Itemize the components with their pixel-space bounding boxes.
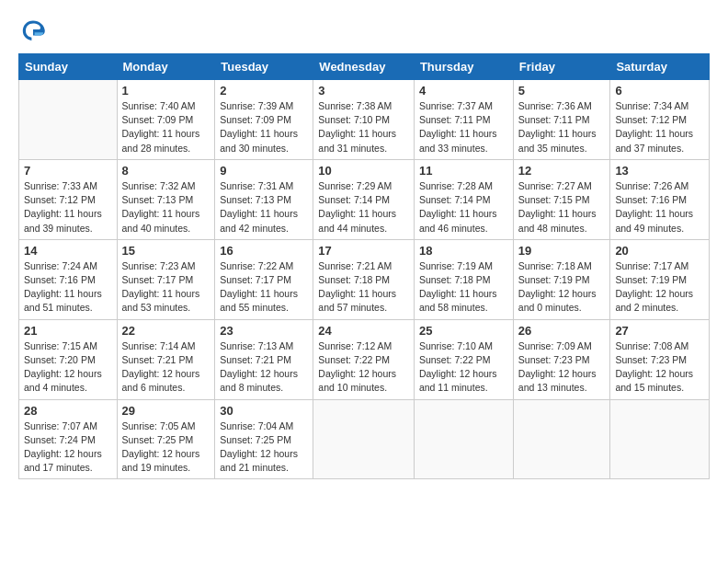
day-number: 3: [318, 84, 409, 98]
day-info: Sunrise: 7:40 AMSunset: 7:09 PMDaylight:…: [122, 99, 210, 155]
day-number: 10: [318, 164, 409, 178]
calendar-cell-w0d5: 5Sunrise: 7:36 AMSunset: 7:11 PMDaylight…: [513, 80, 610, 160]
day-info: Sunrise: 7:18 AMSunset: 7:19 PMDaylight:…: [518, 259, 606, 316]
day-info: Sunrise: 7:32 AMSunset: 7:13 PMDaylight:…: [122, 179, 210, 236]
calendar-cell-w3d1: 22Sunrise: 7:14 AMSunset: 7:21 PMDayligh…: [117, 319, 215, 399]
day-number: 21: [24, 324, 112, 338]
day-info: Sunrise: 7:24 AMSunset: 7:16 PMDaylight:…: [24, 259, 112, 316]
calendar-cell-w0d3: 3Sunrise: 7:38 AMSunset: 7:10 PMDaylight…: [313, 80, 415, 160]
calendar-cell-w1d2: 9Sunrise: 7:31 AMSunset: 7:13 PMDaylight…: [215, 159, 313, 239]
day-number: 8: [122, 164, 210, 178]
calendar-cell-w1d4: 11Sunrise: 7:28 AMSunset: 7:14 PMDayligh…: [414, 159, 513, 239]
calendar-cell-w0d4: 4Sunrise: 7:37 AMSunset: 7:11 PMDaylight…: [414, 80, 513, 160]
calendar-cell-w0d6: 6Sunrise: 7:34 AMSunset: 7:12 PMDaylight…: [610, 80, 710, 160]
day-info: Sunrise: 7:22 AMSunset: 7:17 PMDaylight:…: [220, 259, 308, 316]
day-info: Sunrise: 7:09 AMSunset: 7:23 PMDaylight:…: [518, 339, 606, 396]
day-number: 22: [122, 324, 210, 338]
calendar-week-row-2: 14Sunrise: 7:24 AMSunset: 7:16 PMDayligh…: [19, 239, 710, 319]
calendar-cell-w1d1: 8Sunrise: 7:32 AMSunset: 7:13 PMDaylight…: [117, 159, 215, 239]
calendar-week-row-1: 7Sunrise: 7:33 AMSunset: 7:12 PMDaylight…: [19, 159, 710, 239]
calendar-header-wednesday: Wednesday: [313, 54, 415, 80]
day-info: Sunrise: 7:23 AMSunset: 7:17 PMDaylight:…: [122, 259, 210, 316]
calendar-table: SundayMondayTuesdayWednesdayThursdayFrid…: [18, 53, 710, 479]
calendar-header-tuesday: Tuesday: [215, 54, 313, 80]
calendar-cell-w3d6: 27Sunrise: 7:08 AMSunset: 7:23 PMDayligh…: [610, 319, 710, 399]
calendar-header-monday: Monday: [117, 54, 215, 80]
day-number: 26: [518, 324, 606, 338]
day-info: Sunrise: 7:07 AMSunset: 7:24 PMDaylight:…: [24, 419, 112, 476]
calendar-cell-w2d0: 14Sunrise: 7:24 AMSunset: 7:16 PMDayligh…: [19, 239, 118, 319]
day-number: 23: [220, 324, 308, 338]
day-info: Sunrise: 7:29 AMSunset: 7:14 PMDaylight:…: [318, 179, 409, 236]
day-info: Sunrise: 7:28 AMSunset: 7:14 PMDaylight:…: [419, 179, 508, 236]
day-info: Sunrise: 7:10 AMSunset: 7:22 PMDaylight:…: [419, 339, 508, 396]
calendar-cell-w2d4: 18Sunrise: 7:19 AMSunset: 7:18 PMDayligh…: [414, 239, 513, 319]
day-info: Sunrise: 7:13 AMSunset: 7:21 PMDaylight:…: [220, 339, 308, 396]
calendar-cell-w1d3: 10Sunrise: 7:29 AMSunset: 7:14 PMDayligh…: [313, 159, 415, 239]
day-info: Sunrise: 7:26 AMSunset: 7:16 PMDaylight:…: [615, 179, 704, 236]
calendar-week-row-3: 21Sunrise: 7:15 AMSunset: 7:20 PMDayligh…: [19, 319, 710, 399]
calendar-cell-w4d6: [610, 399, 710, 479]
day-info: Sunrise: 7:27 AMSunset: 7:15 PMDaylight:…: [518, 179, 606, 236]
day-number: 1: [122, 84, 210, 98]
day-info: Sunrise: 7:15 AMSunset: 7:20 PMDaylight:…: [24, 339, 112, 396]
calendar-cell-w4d3: [313, 399, 415, 479]
day-number: 28: [24, 404, 112, 418]
day-number: 5: [518, 84, 606, 98]
day-number: 24: [318, 324, 409, 338]
day-number: 17: [318, 244, 409, 258]
day-info: Sunrise: 7:14 AMSunset: 7:21 PMDaylight:…: [122, 339, 210, 396]
calendar-cell-w0d2: 2Sunrise: 7:39 AMSunset: 7:09 PMDaylight…: [215, 80, 313, 160]
day-info: Sunrise: 7:33 AMSunset: 7:12 PMDaylight:…: [24, 179, 112, 236]
day-number: 20: [615, 244, 704, 258]
day-number: 29: [122, 404, 210, 418]
day-number: 6: [615, 84, 704, 98]
calendar-cell-w4d1: 29Sunrise: 7:05 AMSunset: 7:25 PMDayligh…: [117, 399, 215, 479]
calendar-cell-w4d5: [513, 399, 610, 479]
day-info: Sunrise: 7:31 AMSunset: 7:13 PMDaylight:…: [220, 179, 308, 236]
day-number: 4: [419, 84, 508, 98]
calendar-cell-w4d2: 30Sunrise: 7:04 AMSunset: 7:25 PMDayligh…: [215, 399, 313, 479]
logo-icon: [18, 15, 48, 44]
day-number: 7: [24, 164, 112, 178]
calendar-cell-w2d3: 17Sunrise: 7:21 AMSunset: 7:18 PMDayligh…: [313, 239, 415, 319]
day-number: 11: [419, 164, 508, 178]
calendar-cell-w1d6: 13Sunrise: 7:26 AMSunset: 7:16 PMDayligh…: [610, 159, 710, 239]
calendar-cell-w2d2: 16Sunrise: 7:22 AMSunset: 7:17 PMDayligh…: [215, 239, 313, 319]
day-info: Sunrise: 7:34 AMSunset: 7:12 PMDaylight:…: [615, 99, 704, 155]
day-number: 2: [220, 84, 308, 98]
day-number: 16: [220, 244, 308, 258]
day-info: Sunrise: 7:08 AMSunset: 7:23 PMDaylight:…: [615, 339, 704, 396]
day-info: Sunrise: 7:05 AMSunset: 7:25 PMDaylight:…: [122, 419, 210, 476]
day-info: Sunrise: 7:21 AMSunset: 7:18 PMDaylight:…: [318, 259, 409, 316]
calendar-cell-w2d5: 19Sunrise: 7:18 AMSunset: 7:19 PMDayligh…: [513, 239, 610, 319]
day-info: Sunrise: 7:12 AMSunset: 7:22 PMDaylight:…: [318, 339, 409, 396]
calendar-cell-w3d5: 26Sunrise: 7:09 AMSunset: 7:23 PMDayligh…: [513, 319, 610, 399]
day-number: 19: [518, 244, 606, 258]
calendar-header-thursday: Thursday: [414, 54, 513, 80]
day-number: 27: [615, 324, 704, 338]
day-number: 13: [615, 164, 704, 178]
page: SundayMondayTuesdayWednesdayThursdayFrid…: [0, 0, 728, 563]
calendar-cell-w3d2: 23Sunrise: 7:13 AMSunset: 7:21 PMDayligh…: [215, 319, 313, 399]
day-number: 12: [518, 164, 606, 178]
calendar-header-sunday: Sunday: [19, 54, 118, 80]
calendar-cell-w4d4: [414, 399, 513, 479]
logo: [18, 15, 51, 44]
day-info: Sunrise: 7:37 AMSunset: 7:11 PMDaylight:…: [419, 99, 508, 155]
calendar-cell-w1d0: 7Sunrise: 7:33 AMSunset: 7:12 PMDaylight…: [19, 159, 118, 239]
day-number: 15: [122, 244, 210, 258]
calendar-cell-w0d0: [19, 80, 118, 160]
calendar-header-saturday: Saturday: [610, 54, 710, 80]
day-info: Sunrise: 7:39 AMSunset: 7:09 PMDaylight:…: [220, 99, 308, 155]
calendar-week-row-0: 1Sunrise: 7:40 AMSunset: 7:09 PMDaylight…: [19, 80, 710, 160]
day-info: Sunrise: 7:36 AMSunset: 7:11 PMDaylight:…: [518, 99, 606, 155]
header: [18, 15, 710, 44]
day-number: 30: [220, 404, 308, 418]
calendar-cell-w3d3: 24Sunrise: 7:12 AMSunset: 7:22 PMDayligh…: [313, 319, 415, 399]
day-number: 25: [419, 324, 508, 338]
calendar-header-row: SundayMondayTuesdayWednesdayThursdayFrid…: [19, 54, 710, 80]
day-info: Sunrise: 7:38 AMSunset: 7:10 PMDaylight:…: [318, 99, 409, 155]
calendar-cell-w2d1: 15Sunrise: 7:23 AMSunset: 7:17 PMDayligh…: [117, 239, 215, 319]
calendar-cell-w3d0: 21Sunrise: 7:15 AMSunset: 7:20 PMDayligh…: [19, 319, 118, 399]
